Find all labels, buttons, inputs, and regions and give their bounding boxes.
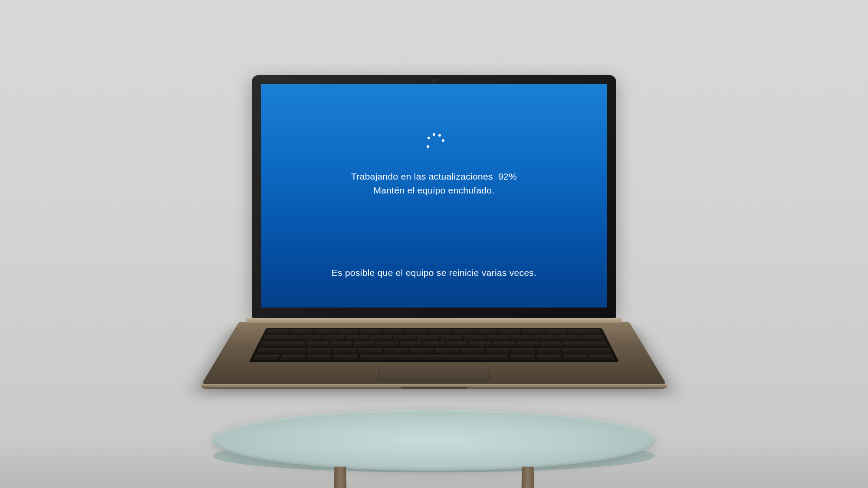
- laptop-base: [201, 322, 667, 386]
- loading-spinner-icon: [423, 132, 445, 154]
- laptop: Trabajando en las actualizaciones 92% Ma…: [252, 75, 616, 422]
- progress-percent: 92%: [498, 171, 517, 181]
- table-leg-right: [522, 467, 534, 488]
- progress-label: Trabajando en las actualizaciones: [351, 171, 493, 181]
- keyboard: [249, 328, 619, 362]
- camera-icon: [433, 79, 435, 82]
- windows-update-screen: Trabajando en las actualizaciones 92% Ma…: [261, 84, 607, 308]
- restart-notice: Es posible que el equipo se reinicie var…: [261, 268, 607, 278]
- trackpad: [378, 365, 490, 381]
- laptop-hinge: [247, 318, 621, 323]
- laptop-notch: [400, 387, 468, 389]
- laptop-lid: Trabajando en las actualizaciones 92% Ma…: [252, 75, 616, 318]
- plugged-in-instruction: Mantén el equipo enchufado.: [261, 183, 607, 197]
- update-status-text: Trabajando en las actualizaciones 92% Ma…: [261, 170, 607, 197]
- table-leg-left: [334, 467, 347, 488]
